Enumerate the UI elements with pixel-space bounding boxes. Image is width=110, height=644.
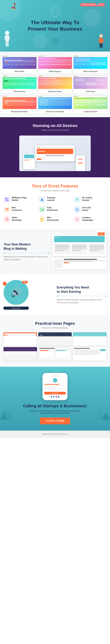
phone-bar-4 [44,388,66,389]
demo-label-grid-home: Grid Home [74,90,107,94]
svg-rect-10 [100,43,101,48]
phone-bar-1 [44,384,59,385]
svg-point-0 [5,31,9,35]
tablet-mockup [23,153,35,169]
features-section: Tons of Great Features Create your websi… [0,177,110,229]
phone-content: Get Started [44,384,66,398]
woo-product-container: 🔊 NEW Start Ideahub 🛒 [4,280,29,310]
person-left-decoration [2,30,14,52]
person-right-decoration [96,34,108,52]
inner-pages-subtitle: Awesome multiuse templates. [4,327,106,329]
cta-title: Calling all Startups & Businesses! [4,404,106,408]
blog-card-2 [71,244,87,254]
demo-grid-section: Main Home Digital Agenc [0,52,110,117]
inner-page-pricing-thumb [38,347,72,360]
feature-no-coding-text: No Coding Needed [82,196,92,202]
demo-thumb-business-home [38,75,72,90]
inner-page-portfolio-thumb [4,347,37,360]
blog-text: Your New Modern Blog Is Waiting Ideahub … [4,242,49,261]
blog-badge: BLOG [98,232,105,236]
demo-item-grid-home[interactable]: Grid Home [74,75,107,94]
inner-page-portfolio[interactable] [4,347,37,360]
demo-thumb-startup-home [3,75,36,90]
feature-fully-responsive: Fully Responsive [39,206,71,213]
one-click-import-icon [74,206,80,213]
inner-page-pricing[interactable] [38,347,72,360]
cart-icon-overlay: 🛒 [3,282,7,286]
phone-get-started-btn[interactable]: Get Started [44,392,66,394]
demo-item-business-consulting[interactable]: Business Consulting [38,95,72,114]
blog-title: Your New Modern Blog Is Waiting [4,242,49,251]
inner-page-blog[interactable] [73,347,106,360]
features-subtitle: Create your website with ease [4,190,106,192]
woo-dot-trail [57,296,106,297]
woo-title: Everything You Need to Start Earning [57,286,106,294]
svg-point-28 [6,210,7,211]
feature-fully-responsive-text: Fully Responsive [47,206,58,212]
blog-cards [54,244,105,254]
demo-item-main-home[interactable]: Main Home [3,55,36,74]
footer-by: by Stated Themes [53,433,67,435]
feature-wpbakery: WPBakery Page Builder [4,196,36,203]
feature-wpbakery-text: WPBakery Page Builder [12,196,27,202]
instagram-icon [56,396,57,398]
blog-card-3 [89,244,105,254]
feature-slider-revolution-text: Slider Revolution [12,216,22,222]
inner-page-contact-thumb [73,332,106,346]
svg-rect-9 [102,38,103,42]
hero-badge: AMAZING WEBSITE CREATION [81,3,105,6]
feature-woocommerce-text: Woo Commerce [12,206,22,212]
features-title: Tons of Great Features [4,184,106,188]
svg-rect-11 [101,43,102,48]
svg-rect-4 [6,41,7,46]
phone-bar-5 [44,390,62,390]
cta-phone-mockup: Get Started [42,373,68,400]
svg-point-26 [77,198,77,199]
blog-mockup-header [54,236,105,242]
twitter-icon [53,396,55,398]
inner-page-about-thumb [4,332,37,346]
demo-item-passepartout[interactable]: Passepartout Slider [3,95,36,114]
gear-decoration: ⚙ [51,36,59,46]
inner-page-team[interactable] [38,332,72,346]
svg-point-6 [99,34,103,38]
footer-made-with: Made with [43,433,51,435]
demo-label-digital-agency: Digital Agency [38,69,72,74]
cta-description: Ideahub is a theme equipped with absolut… [4,410,106,414]
svg-rect-32 [41,210,42,212]
demo-label-business-home: Business Home [38,90,72,94]
demo-row-2: Startup Home [3,75,107,94]
demo-row-1: Main Home Digital Agenc [3,55,107,74]
heart-icon: ♥ [51,433,52,435]
inner-page-about[interactable] [4,332,37,346]
svg-rect-36 [41,218,43,221]
speaker-icon: 🔊 [11,287,22,298]
launch-theme-button[interactable]: LAUNCH THEME [40,418,70,424]
demo-item-metro-showcase[interactable]: Metro Showcase [74,55,107,74]
blog-description: Ideahub gives you an amazing collection … [4,256,49,261]
feature-well-documented: Well Documented [39,216,71,223]
svg-rect-20 [7,200,8,201]
inner-page-contact[interactable] [73,332,106,346]
woo-visual: 🔊 NEW Start Ideahub 🛒 [4,280,53,310]
wpbakery-icon [4,196,10,203]
svg-rect-8 [98,38,100,42]
feature-woocommerce: Woo Commerce [4,206,36,213]
phone-avatar [53,378,57,382]
footer: Made with ♥ by Stated Themes [0,430,110,438]
woo-description: Ideahub is loaded with great shop page t… [57,298,106,304]
blog-single-mockup [52,258,106,269]
phone-mockup [76,155,85,171]
demo-item-startup-home[interactable]: Startup Home [3,75,36,94]
devices-subtitle: Retina screen devices included [4,129,106,131]
demo-label-company-home: Company Home [74,110,107,114]
demo-item-company-home[interactable]: Company Home [74,95,107,114]
demo-label-main-home: Main Home [3,69,36,74]
woo-section: 🔊 NEW Start Ideahub 🛒 Everything You Nee… [0,274,110,315]
demo-item-digital-agency[interactable]: Digital Agency [38,55,72,74]
demo-label-passepartout: Passepartout Slider [3,110,36,114]
inner-pages-title: Practical Inner Pages [4,321,106,326]
inner-page-team-thumb [38,332,72,346]
demo-item-business-home[interactable]: Business Home [38,75,72,94]
phone-notch [51,376,59,376]
